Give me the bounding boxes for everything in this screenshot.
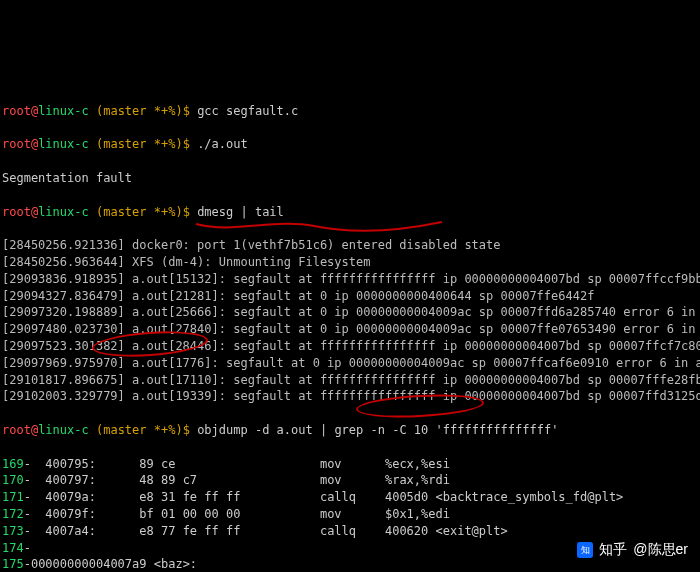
- command-2: ./a.out: [197, 137, 248, 151]
- command-1: gcc segfault.c: [197, 104, 298, 118]
- prompt-user: root: [2, 104, 31, 118]
- disasm-line: 172- 40079f: bf 01 00 00 00 mov $0x1,%ed…: [0, 506, 700, 523]
- dmesg-line: [29102003.329779] a.out[19339]: segfault…: [0, 388, 700, 405]
- dmesg-line: [29097523.301382] a.out[28446]: segfault…: [0, 338, 700, 355]
- watermark: 知 知乎 @陈思er: [577, 540, 688, 560]
- dmesg-line: [29097320.198889] a.out[25666]: segfault…: [0, 304, 700, 321]
- disasm-line: 169- 400795: 89 ce mov %ecx,%esi: [0, 456, 700, 473]
- disasm-line: 170- 400797: 48 89 c7 mov %rax,%rdi: [0, 472, 700, 489]
- dmesg-line: [29094327.836479] a.out[21281]: segfault…: [0, 288, 700, 305]
- output-segfault: Segmentation fault: [0, 170, 700, 187]
- watermark-author: @陈思er: [633, 540, 688, 560]
- prompt-line-2: root@linux-c (master *+%)$ ./a.out: [0, 136, 700, 153]
- prompt-line-1: root@linux-c (master *+%)$ gcc segfault.…: [0, 103, 700, 120]
- prompt-line-4: root@linux-c (master *+%)$ objdump -d a.…: [0, 422, 700, 439]
- dmesg-line: [28450256.921336] docker0: port 1(vethf7…: [0, 237, 700, 254]
- dmesg-line: [28450256.963644] XFS (dm-4): Unmounting…: [0, 254, 700, 271]
- zhihu-icon: 知: [577, 542, 593, 558]
- disasm-line: 173- 4007a4: e8 77 fe ff ff callq 400620…: [0, 523, 700, 540]
- dmesg-line: [29097480.023730] a.out[27840]: segfault…: [0, 321, 700, 338]
- prompt-branch: (master *+%): [96, 104, 183, 118]
- terminal: root@linux-c (master *+%)$ gcc segfault.…: [0, 67, 700, 572]
- prompt-line-3: root@linux-c (master *+%)$ dmesg | tail: [0, 204, 700, 221]
- command-3: dmesg | tail: [197, 205, 284, 219]
- dmesg-line: [29101817.896675] a.out[17110]: segfault…: [0, 372, 700, 389]
- dmesg-line: [29097969.975970] a.out[1776]: segfault …: [0, 355, 700, 372]
- disasm-line: 171- 40079a: e8 31 fe ff ff callq 4005d0…: [0, 489, 700, 506]
- dmesg-output: [28450256.921336] docker0: port 1(vethf7…: [0, 237, 700, 405]
- svg-text:知: 知: [581, 546, 590, 556]
- prompt-host: linux-c: [38, 104, 89, 118]
- watermark-brand: 知乎: [599, 540, 627, 560]
- dmesg-line: [29093836.918935] a.out[15132]: segfault…: [0, 271, 700, 288]
- command-4: objdump -d a.out | grep -n -C 10 'ffffff…: [197, 423, 558, 437]
